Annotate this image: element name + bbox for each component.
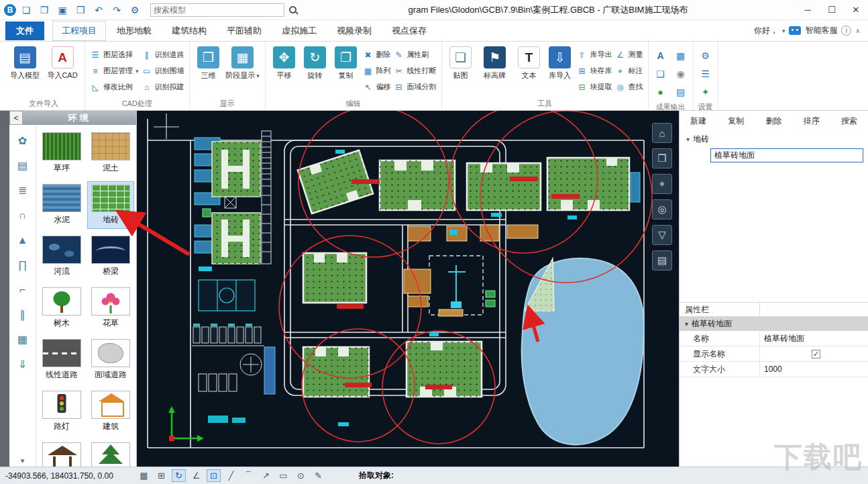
tab-video-record[interactable]: 视频录制 [327,21,381,41]
search-icon[interactable] [289,6,296,13]
drawing-canvas[interactable]: ⌂ ❒ ⌖ ◎ ▽ ▤ [137,111,679,467]
tab-structure[interactable]: 建筑结构 [162,21,216,41]
home-view-icon[interactable]: ⌂ [652,123,672,143]
sidebar-item-bridge[interactable]: 桥梁 [87,233,134,281]
tab-project[interactable]: 工程项目 [52,21,106,41]
camera-output-icon[interactable]: ◉ [673,66,688,81]
fence-icon[interactable]: ▦ [17,334,28,345]
tab-file[interactable]: 文件 [5,21,44,40]
measure-button[interactable]: ∠测量 [615,48,643,61]
library-import-button[interactable]: ⇩ 库导入 [546,45,574,81]
minimize-button[interactable]: ─ [796,1,820,19]
sidebar-item-pine[interactable]: 树 [87,440,134,467]
cone-icon[interactable]: ▲ [17,235,28,246]
sidebar-item-lamp[interactable]: 路灯 [38,388,85,436]
recognize-road-button[interactable]: ∥识别道路 [142,48,184,61]
offset-button[interactable]: ↖偏移 [363,81,391,93]
elevation-board-button[interactable]: ⚑ 标高牌 [478,45,512,81]
text-button[interactable]: T 文本 [515,45,543,81]
maximize-button[interactable]: ☐ [820,1,844,19]
close-button[interactable]: ✕ [844,1,868,19]
pen-icon[interactable]: ✎ [311,469,325,482]
options-icon[interactable]: ✦ [698,85,713,99]
grid-icon[interactable]: ▦ [137,469,151,482]
building-icon[interactable]: ▤ [17,160,28,171]
zoom-icon[interactable]: ◎ [652,199,672,220]
tab-terrain[interactable]: 地形地貌 [107,21,161,41]
strip-scroll-down-icon[interactable]: ▾ [21,456,25,465]
settings-icon[interactable]: ⚙ [127,3,143,17]
sort-button[interactable]: 排序 [804,115,820,127]
redo-icon[interactable]: ↷ [109,3,125,17]
view-3d-button[interactable]: ❒ 三维 [195,45,223,81]
undo-icon[interactable]: ↶ [91,3,107,17]
recognize-wall-button[interactable]: ▭识别围墙 [142,64,184,77]
cube-view-icon[interactable]: ❒ [652,148,672,168]
delete-button[interactable]: ✖删除 [363,48,391,61]
property-value[interactable]: 1000 [760,362,868,377]
plant-icon[interactable]: ✿ [18,136,27,146]
site-plan[interactable] [137,111,679,467]
arc-icon[interactable]: ⌒ [241,469,256,482]
truss-icon[interactable]: ≣ [18,185,27,196]
tab-virtual-construction[interactable]: 虚拟施工 [272,21,326,41]
block-extract-button[interactable]: ⊟块提取 [577,81,612,93]
fit-view-icon[interactable]: ⌖ [652,174,672,194]
sidebar-item-cement[interactable]: 水泥 [38,181,85,229]
line-icon[interactable]: ╱ [224,469,238,482]
gear-icon[interactable]: ⚙ [698,48,713,63]
tab-plane-assist[interactable]: 平面辅助 [217,21,271,41]
sidebar-item-pavilion[interactable]: 凉亭 [38,440,85,467]
property-brush-button[interactable]: ✎属性刷 [394,48,437,61]
corner-icon[interactable]: ⌐ [19,285,25,295]
import-cad-button[interactable]: A 导入CAD [45,45,80,81]
chevron-down-icon[interactable]: ▾ [782,28,785,34]
pipe-icon[interactable]: ∥ [20,309,25,320]
save-as-icon[interactable]: ❒ [72,3,89,17]
info-icon[interactable]: i [841,26,851,36]
import-model-button[interactable]: ▤ 导入模型 [7,45,42,81]
recognize-building-button[interactable]: ⌂识别拟建 [142,81,184,93]
doc-output-icon[interactable]: ❏ [653,66,668,81]
annotate-button[interactable]: ⌖标注 [615,64,643,77]
list-icon[interactable]: ☰ [698,66,713,81]
arch-icon[interactable]: ∩ [19,210,27,221]
circle-icon[interactable]: ⊙ [294,469,308,482]
layers-icon[interactable]: ▤ [652,250,672,271]
smart-service-link[interactable]: 智能客服 [805,25,837,36]
osnap-icon[interactable]: ⊡ [207,469,221,482]
sidebar-item-river[interactable]: 河流 [38,233,85,281]
copy-button[interactable]: ❐ 复制 [332,45,360,81]
find-button[interactable]: ◎查找 [615,81,643,93]
tree-group-row[interactable]: ▾ 地砖 [680,131,868,148]
search-input[interactable] [154,5,281,15]
rotate-button[interactable]: ↻ 旋转 [301,45,329,81]
pan-button[interactable]: ✥ 平移 [270,45,299,81]
tab-viewpoint-save[interactable]: 视点保存 [382,21,436,41]
paste-image-button[interactable]: ❏ 贴图 [447,45,475,81]
sidebar-item-building[interactable]: 建筑 [87,388,134,436]
layer-select-button[interactable]: ☰图层选择 [90,48,139,61]
angle-icon[interactable]: ∠ [189,469,203,482]
snap-icon[interactable]: ⊞ [154,469,168,482]
tree-item-input[interactable] [710,148,863,162]
show-name-checkbox[interactable]: ✓ [812,350,820,358]
delete-item-button[interactable]: 删除 [766,115,782,127]
filter-icon[interactable]: ▽ [652,225,672,245]
sidebar-item-dirt[interactable]: 泥土 [87,130,134,177]
region-split-button[interactable]: ⊟面域分割 [394,81,437,93]
list-output-icon[interactable]: ▤ [673,85,688,99]
search-button[interactable]: 搜索 [841,115,857,127]
save-icon[interactable]: ▣ [54,3,70,17]
chevron-down-icon[interactable]: ▾ [686,136,690,143]
layer-manage-button[interactable]: ≡图层管理▾ [90,64,139,77]
open-file-icon[interactable]: ❐ [36,3,52,17]
property-value[interactable]: 植草砖地面 [760,331,868,346]
sidebar-item-area-road[interactable]: 面域道路 [87,336,134,384]
panel-back-button[interactable]: < [9,111,23,125]
copy-item-button[interactable]: 复制 [728,115,744,127]
sidebar-item-linear-road[interactable]: 线性道路 [38,336,85,384]
model-output-icon[interactable]: ● [653,85,668,99]
library-export-button[interactable]: ⇧库导出 [577,48,612,61]
array-button[interactable]: ▦阵列 [363,64,391,77]
